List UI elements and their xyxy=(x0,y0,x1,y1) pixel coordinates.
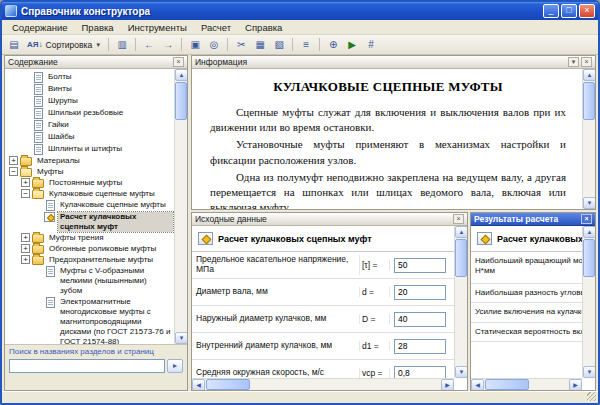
tree-item[interactable]: Электромагнитные многодисковые муфты с м… xyxy=(6,297,173,344)
cut-button[interactable]: ✂ xyxy=(232,36,250,53)
parameter-value-input[interactable] xyxy=(394,312,446,327)
table-button[interactable]: # xyxy=(362,36,380,53)
tree-item[interactable]: Винты xyxy=(6,84,173,95)
close-panel-icon[interactable] xyxy=(581,214,592,224)
title-bar[interactable]: Справочник конструктора xyxy=(2,2,598,20)
tree-item[interactable]: +Муфты трения xyxy=(6,233,173,243)
scroll-left-icon[interactable] xyxy=(192,379,205,390)
input-horizontal-scrollbar[interactable] xyxy=(192,378,454,390)
scroll-up-icon[interactable] xyxy=(583,226,595,238)
copy-button[interactable]: ▦ xyxy=(251,36,269,53)
collapse-icon[interactable]: − xyxy=(9,167,18,176)
search-button[interactable]: ◎ xyxy=(205,36,223,53)
scroll-up-icon[interactable] xyxy=(583,69,595,81)
scrollbar-track[interactable] xyxy=(175,81,187,332)
folder-icon xyxy=(32,234,44,243)
expand-icon[interactable]: + xyxy=(21,244,30,253)
menu-item[interactable]: Справка xyxy=(239,21,288,34)
expand-icon[interactable]: + xyxy=(21,255,30,264)
parameter-value-cell xyxy=(390,339,450,354)
tree-item[interactable]: Шайбы xyxy=(6,132,173,143)
expand-icon[interactable]: + xyxy=(21,233,30,242)
tree-item[interactable]: +Постоянные муфты xyxy=(6,178,173,188)
panel-menu-icon[interactable] xyxy=(568,57,579,67)
toolbar-separator xyxy=(319,38,320,51)
maximize-button[interactable] xyxy=(561,4,577,18)
expand-icon[interactable]: + xyxy=(21,178,30,187)
search-input[interactable] xyxy=(9,359,165,373)
menu-item[interactable]: Правка xyxy=(76,21,120,34)
scrollbar-thumb[interactable] xyxy=(583,82,595,120)
scrollbar-track[interactable] xyxy=(583,238,595,366)
menu-item[interactable]: Расчет xyxy=(195,21,237,34)
tree-item[interactable]: −Кулачковые сцепные муфты xyxy=(6,189,173,199)
scroll-down-icon[interactable] xyxy=(175,332,187,344)
results-horizontal-scrollbar[interactable] xyxy=(471,378,582,390)
tree-item[interactable]: Муфты с V-образными мелкими (нышынными) … xyxy=(6,266,173,296)
scroll-up-icon[interactable] xyxy=(175,69,187,81)
scrollbar-thumb[interactable] xyxy=(206,379,250,390)
tree-item[interactable]: −Муфты xyxy=(6,167,173,177)
scroll-right-icon[interactable] xyxy=(441,379,454,390)
sort-button[interactable]: АЯ↓Сортировка▼ xyxy=(24,36,104,53)
back-button[interactable]: ← xyxy=(140,36,158,53)
scroll-up-icon[interactable] xyxy=(455,226,467,238)
close-panel-icon[interactable] xyxy=(453,214,464,224)
tree-item[interactable]: +Материалы xyxy=(6,156,173,166)
tree-item[interactable]: Шпильки резьбовые xyxy=(6,108,173,119)
scrollbar-thumb[interactable] xyxy=(583,239,595,277)
parameter-value-input[interactable] xyxy=(394,258,446,273)
scrollbar-track[interactable] xyxy=(205,379,441,390)
client-area: Содержание БолтыВинтыШурупыШпильки резьб… xyxy=(2,55,598,391)
tree-item[interactable]: Шплинты и штифты xyxy=(6,144,173,155)
library-button[interactable]: ▣ xyxy=(186,36,204,53)
window-title: Справочник конструктора xyxy=(21,6,543,17)
parameter-label: Диаметр вала, мм xyxy=(192,287,360,297)
forward-button[interactable]: → xyxy=(159,36,177,53)
scroll-down-icon[interactable] xyxy=(455,366,467,378)
scroll-left-icon[interactable] xyxy=(471,379,484,390)
parameter-value-input[interactable] xyxy=(394,366,446,379)
tree-item[interactable]: +Обгонные роликовые муфты xyxy=(6,244,173,254)
menu-item[interactable]: Содержание xyxy=(6,21,74,34)
toolbar-separator xyxy=(227,38,228,51)
scrollbar-thumb[interactable] xyxy=(455,239,467,277)
resize-grip[interactable] xyxy=(587,392,596,401)
search-go-button[interactable] xyxy=(167,359,183,373)
minimize-button[interactable] xyxy=(543,4,559,18)
scroll-down-icon[interactable] xyxy=(583,366,595,378)
contents-panel: Содержание БолтыВинтыШурупыШпильки резьб… xyxy=(4,55,188,391)
print-button[interactable]: ▥ xyxy=(113,36,131,53)
tree-item[interactable]: Расчет кулачковых сцепных муфт xyxy=(6,212,173,232)
parameter-value-input[interactable] xyxy=(394,339,446,354)
run-button[interactable]: ▶ xyxy=(343,36,361,53)
panel-footer-spacer xyxy=(5,376,187,390)
scrollbar-track[interactable] xyxy=(484,379,569,390)
tree-item[interactable]: Болты xyxy=(6,72,173,83)
close-button[interactable] xyxy=(579,4,595,18)
tree-item[interactable]: +Предохранительные муфты xyxy=(6,255,173,265)
fields-button[interactable]: ≡ xyxy=(297,36,315,53)
input-vertical-scrollbar[interactable] xyxy=(454,226,467,378)
close-panel-icon[interactable] xyxy=(581,57,592,67)
parameter-value-input[interactable] xyxy=(394,285,446,300)
scroll-right-icon[interactable] xyxy=(569,379,582,390)
paste-button[interactable]: ▧ xyxy=(270,36,288,53)
tree-item[interactable]: Кулачковые сцепные муфты xyxy=(6,200,173,211)
collapse-icon[interactable]: − xyxy=(21,189,30,198)
scroll-down-icon[interactable] xyxy=(583,197,595,209)
tree-item[interactable]: Гайки xyxy=(6,120,173,131)
results-vertical-scrollbar[interactable] xyxy=(582,226,595,378)
scrollbar-track[interactable] xyxy=(455,238,467,366)
scrollbar-thumb[interactable] xyxy=(485,379,529,390)
expand-icon[interactable]: + xyxy=(9,156,18,165)
tree-item[interactable]: Шурупы xyxy=(6,96,173,107)
options-button[interactable]: ⊕ xyxy=(324,36,342,53)
new-page-button[interactable]: ▤ xyxy=(5,36,23,53)
document-scrollbar[interactable] xyxy=(582,69,595,209)
tree-scrollbar[interactable] xyxy=(174,69,187,344)
menu-item[interactable]: Инструменты xyxy=(122,21,193,34)
close-panel-icon[interactable] xyxy=(173,57,184,67)
scrollbar-thumb[interactable] xyxy=(175,82,187,120)
scrollbar-track[interactable] xyxy=(583,81,595,197)
